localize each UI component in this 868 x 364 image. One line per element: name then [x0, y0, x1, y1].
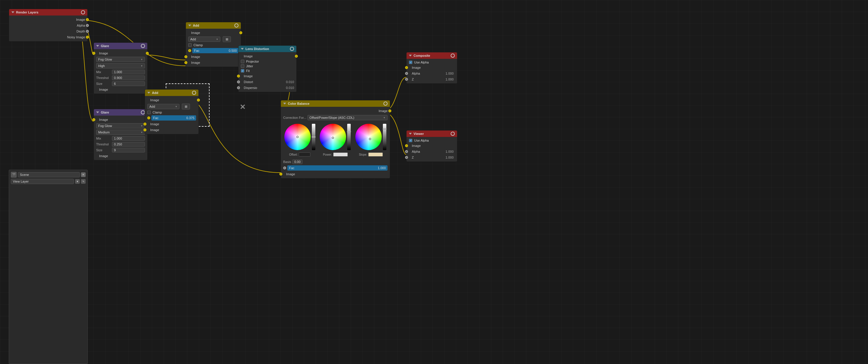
fit-checkbox[interactable]: [241, 69, 244, 73]
scene-input[interactable]: [18, 172, 80, 177]
threshold-value[interactable]: 0.250: [112, 142, 145, 147]
z-socket[interactable]: [405, 156, 408, 159]
fac-socket[interactable]: [147, 116, 150, 119]
size-value[interactable]: 9: [112, 148, 145, 152]
fac-socket[interactable]: [188, 49, 191, 52]
composite-header: Composite: [406, 52, 457, 59]
alpha-socket[interactable]: [405, 72, 408, 75]
output-image-row-bottom: Image: [94, 153, 147, 159]
basis-value[interactable]: 0.00: [292, 160, 303, 164]
collapse-triangle[interactable]: [11, 11, 14, 13]
projector-checkbox[interactable]: [241, 60, 244, 63]
blend-type-dropdown[interactable]: Add ▼: [147, 104, 180, 109]
offset-slider-handle[interactable]: [312, 136, 316, 138]
clamp-checkbox[interactable]: [147, 111, 151, 114]
quality-dropdown[interactable]: High ▼: [96, 63, 145, 68]
use-alpha-checkbox[interactable]: [409, 139, 412, 142]
output-depth-socket[interactable]: [86, 30, 89, 33]
offset-brightness-slider[interactable]: [312, 124, 315, 150]
viewer-node: Viewer Use Alpha Image Alpha 1.000 Z 1.0…: [406, 130, 457, 162]
use-alpha-checkbox[interactable]: [409, 61, 412, 64]
size-value[interactable]: 6: [112, 81, 145, 86]
use-alpha-row: Use Alpha: [406, 138, 457, 143]
power-brightness-slider[interactable]: [347, 124, 351, 150]
blend-type-row: Add ▼ ⊞: [145, 103, 198, 110]
view-layer-edit-button[interactable]: ✎: [81, 179, 86, 184]
image1-socket[interactable]: [184, 55, 187, 58]
dispersion-socket[interactable]: [237, 86, 240, 89]
composite-node: Composite Use Alpha Image Alpha 1.000 Z …: [406, 52, 457, 84]
input-image-socket[interactable]: [92, 52, 95, 55]
color-balance-icon: [383, 102, 388, 106]
power-slider-handle[interactable]: [347, 131, 351, 132]
clamp-row: Clamp: [145, 110, 198, 115]
threshold-value[interactable]: 0.900: [112, 76, 145, 80]
output-image-socket[interactable]: [146, 52, 149, 55]
view-layer-button[interactable]: ▼: [75, 179, 80, 184]
scene-close-button[interactable]: ✕: [81, 172, 86, 177]
slope-brightness-slider[interactable]: [383, 124, 386, 150]
dispersion-value: 0.010: [286, 86, 294, 89]
quality-dropdown[interactable]: Medium ▼: [96, 130, 145, 135]
input-image-socket[interactable]: [279, 173, 282, 175]
input-image-socket[interactable]: [405, 66, 408, 69]
output-alpha-socket[interactable]: [86, 24, 89, 27]
output-image-label: Image: [244, 54, 253, 58]
output-image-socket[interactable]: [197, 99, 200, 102]
distort-socket[interactable]: [237, 81, 240, 83]
input-image-socket[interactable]: [92, 118, 95, 121]
output-image-socket[interactable]: [295, 55, 298, 58]
collapse-triangle[interactable]: [147, 92, 150, 94]
mix-value[interactable]: 1.000: [112, 136, 145, 141]
collapse-triangle[interactable]: [188, 25, 191, 26]
dropdown-arrow: ▼: [383, 116, 385, 119]
slope-slider-handle[interactable]: [382, 129, 386, 130]
output-noisy-label: Noisy Image: [67, 35, 85, 39]
alpha-socket[interactable]: [405, 150, 408, 153]
fac-slider[interactable]: Fac 1.000: [287, 165, 388, 171]
z-socket[interactable]: [405, 78, 408, 81]
collapse-triangle[interactable]: [96, 45, 99, 47]
add-middle-node: Add Image Add ▼ ⊞ Clamp Fac 0.375: [145, 89, 199, 134]
jitter-checkbox[interactable]: [241, 64, 244, 68]
type-dropdown[interactable]: Fog Glow ▼: [96, 123, 145, 129]
scene-icon: 🎬: [11, 172, 17, 177]
jitter-row: Jitter: [239, 64, 296, 68]
correction-select[interactable]: Offset/Power/Slope (ASC-CDL) ▼: [307, 115, 388, 120]
input-image-socket[interactable]: [405, 144, 408, 147]
blend-icon[interactable]: ⊞: [182, 104, 190, 109]
output-image-socket[interactable]: [239, 31, 242, 34]
glare-top-body: Image Fog Glow ▼ High ▼ Mix 1.000 Thresh…: [94, 49, 147, 94]
collapse-triangle[interactable]: [96, 111, 99, 113]
image2-label: Image: [150, 128, 159, 132]
image1-socket[interactable]: [144, 122, 147, 125]
fac-slider[interactable]: Fac 0.375: [151, 115, 196, 120]
type-dropdown[interactable]: Fog Glow ▼: [96, 57, 145, 62]
collapse-triangle[interactable]: [409, 133, 412, 135]
image2-socket[interactable]: [184, 61, 187, 64]
view-layer-input[interactable]: [11, 179, 74, 184]
fit-row: Fit: [239, 68, 296, 73]
use-alpha-label: Use Alpha: [414, 61, 429, 64]
clamp-checkbox[interactable]: [188, 43, 192, 47]
blend-type-dropdown[interactable]: Add ▼: [188, 36, 220, 42]
fac-socket[interactable]: [283, 167, 286, 169]
image2-socket[interactable]: [144, 129, 147, 131]
input-image-socket[interactable]: [237, 75, 240, 78]
collapse-triangle[interactable]: [283, 103, 286, 105]
fac-row: Fac 0.500: [186, 48, 241, 54]
color-balance-body: Image Correction For... Offset/Power/Slo…: [281, 107, 390, 178]
size-label: Size: [96, 148, 111, 152]
add-middle-icon: [192, 91, 196, 95]
fac-slider[interactable]: Fac 0.500: [192, 48, 239, 53]
output-image-socket[interactable]: [389, 109, 391, 112]
collapse-triangle[interactable]: [241, 48, 244, 50]
blend-type-icon[interactable]: ⊞: [223, 36, 231, 42]
mix-value[interactable]: 1.000: [112, 69, 145, 74]
fac-label: Fac: [153, 116, 158, 120]
input-image-label: Image: [99, 52, 108, 55]
output-image-socket[interactable]: [86, 18, 89, 21]
output-noisy-socket[interactable]: [86, 36, 89, 38]
collapse-triangle[interactable]: [409, 55, 412, 56]
dropdown-arrow: ▼: [216, 38, 218, 41]
